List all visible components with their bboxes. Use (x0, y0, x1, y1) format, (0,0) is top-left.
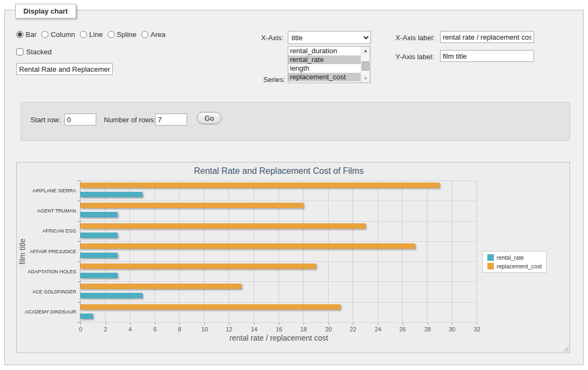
vertical-gridline (352, 180, 353, 322)
y-tick (77, 221, 81, 222)
series-option-length[interactable]: length (288, 64, 361, 73)
chart-type-option-bar[interactable]: Bar (16, 30, 36, 39)
x-tick (254, 323, 255, 325)
bar-rental_rate[interactable] (81, 212, 117, 217)
y-tick (77, 261, 81, 262)
category-label: ACADEMY DINOSAUR (17, 309, 76, 315)
x-tick (477, 323, 478, 325)
series-multiselect[interactable]: rental_durationrental_ratelengthreplacem… (288, 46, 370, 83)
chart-legend: rental_ratereplacement_cost (482, 251, 547, 273)
vertical-gridline (179, 180, 180, 322)
scroll-down-icon[interactable]: ▼ (361, 74, 370, 83)
chart-title: Rental Rate and Replacement Cost of Film… (81, 166, 477, 176)
chart-type-text: Column (51, 30, 75, 39)
bar-replacement_cost[interactable] (81, 243, 415, 249)
stacked-checkbox-row[interactable]: Stacked (16, 48, 52, 56)
chart-type-radio-group: BarColumnLineSplineArea (16, 30, 165, 39)
chart-title-input[interactable] (16, 63, 113, 75)
x-axis-field-label: X-Axis: (261, 34, 283, 42)
vertical-gridline (476, 180, 477, 322)
y-axis-label-field-label: Y-Axis label: (395, 53, 434, 61)
chart-type-text: Line (89, 30, 103, 39)
chart-type-text: Bar (26, 30, 36, 39)
legend-swatch-icon (487, 254, 494, 261)
bar-rental_rate[interactable] (81, 192, 143, 197)
x-tick-label: 4 (119, 326, 141, 333)
x-tick-label: 26 (392, 326, 413, 333)
x-tick-label: 18 (293, 326, 314, 333)
vertical-gridline (328, 180, 329, 322)
y-tick (77, 200, 81, 201)
chart-type-radio-spline[interactable] (108, 31, 115, 38)
number-of-rows-input[interactable] (155, 114, 187, 126)
x-tick-label: 0 (70, 326, 91, 333)
start-row-label: Start row: (30, 116, 61, 124)
x-tick (428, 323, 428, 325)
chart-type-radio-bar[interactable] (16, 31, 23, 38)
bar-replacement_cost[interactable] (81, 203, 304, 208)
x-tick (81, 323, 81, 325)
x-tick (378, 323, 379, 325)
chart-type-option-column[interactable]: Column (41, 30, 75, 39)
bar-rental_rate[interactable] (81, 273, 117, 278)
series-list-scrollbar[interactable]: ▲ ▼ (361, 47, 370, 83)
vertical-gridline (129, 180, 130, 322)
chart-type-text: Spline (117, 30, 137, 39)
bar-rental_rate[interactable] (81, 253, 117, 258)
vertical-gridline (154, 180, 155, 322)
legend-item-rental_rate[interactable]: rental_rate (487, 254, 542, 261)
x-tick (229, 323, 230, 325)
x-axis-label-input[interactable] (440, 31, 534, 43)
legend-item-replacement_cost[interactable]: replacement_cost (487, 263, 542, 269)
category-label: AIRPLANE SIERRA (17, 187, 76, 194)
series-option-rental_duration[interactable]: rental_duration (288, 47, 361, 55)
bar-replacement_cost[interactable] (81, 264, 316, 269)
vertical-gridline (303, 180, 304, 322)
x-tick-label: 6 (144, 326, 166, 333)
x-tick (205, 323, 205, 325)
chart-type-option-spline[interactable]: Spline (108, 30, 137, 39)
row-controls-bar: Start row: Number of rows: Go (21, 102, 570, 141)
bar-rental_rate[interactable] (81, 293, 143, 298)
bar-replacement_cost[interactable] (81, 304, 341, 310)
bar-rental_rate[interactable] (81, 313, 93, 319)
bar-replacement_cost[interactable] (81, 284, 242, 289)
start-row-input[interactable] (64, 114, 96, 126)
stacked-checkbox[interactable] (16, 48, 23, 55)
scrollbar-thumb[interactable] (362, 61, 369, 71)
chart-type-option-area[interactable]: Area (141, 30, 165, 39)
series-option-replacement_cost[interactable]: replacement_cost (288, 73, 361, 81)
chart-type-radio-line[interactable] (80, 31, 87, 38)
x-tick-label: 20 (318, 326, 339, 333)
x-tick-label: 24 (367, 326, 389, 333)
chart-type-radio-area[interactable] (141, 31, 148, 38)
y-axis-label-input[interactable] (440, 50, 534, 62)
series-option-rental_rate[interactable]: rental_rate (288, 55, 361, 64)
vertical-gridline (427, 180, 428, 322)
y-tick (77, 302, 81, 303)
chart-container: Rental Rate and Replacement Cost of Film… (16, 162, 570, 353)
x-axis-title: rental rate / replacement cost (81, 334, 477, 342)
legend-swatch-icon (487, 263, 494, 269)
bar-replacement_cost[interactable] (81, 183, 440, 188)
vertical-gridline (377, 180, 378, 322)
x-tick-label: 32 (466, 326, 488, 333)
go-button[interactable]: Go (197, 112, 221, 124)
bar-replacement_cost[interactable] (81, 223, 366, 229)
x-tick (155, 323, 156, 325)
chart-type-radio-column[interactable] (41, 31, 48, 38)
bar-rental_rate[interactable] (81, 233, 117, 238)
x-tick (279, 323, 280, 325)
category-label: AGENT TRUMAN (17, 208, 76, 214)
x-axis-select[interactable]: title (288, 31, 371, 44)
scrollbar-track[interactable] (361, 55, 370, 74)
x-tick (329, 323, 329, 325)
chart-type-option-line[interactable]: Line (80, 30, 103, 39)
x-tick-label: 8 (169, 326, 190, 333)
resize-handle-icon[interactable] (562, 346, 568, 352)
vertical-gridline (253, 180, 254, 322)
y-axis-line (80, 180, 81, 322)
vertical-gridline (451, 180, 452, 322)
scroll-up-icon[interactable]: ▲ (361, 47, 370, 55)
y-tick (77, 281, 81, 282)
